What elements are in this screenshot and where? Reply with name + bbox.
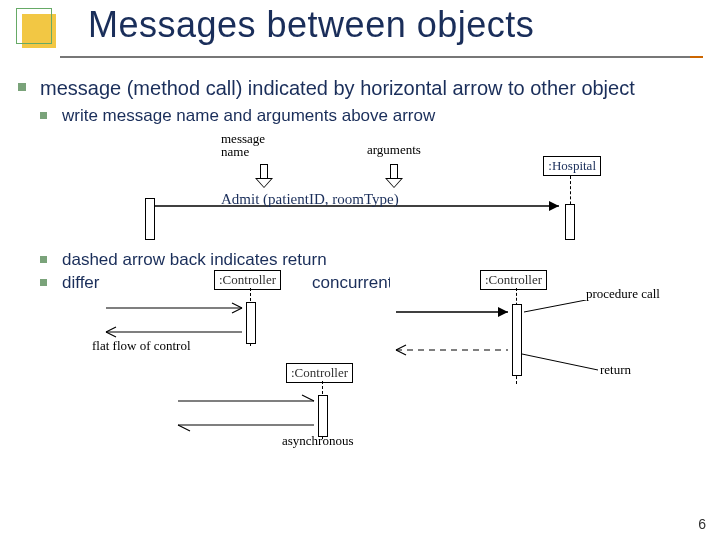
bullet-sub1: write message name and arguments above a… [40,106,702,126]
annot-message-name: message name [221,132,265,158]
page-number: 6 [698,516,706,532]
bullet-icon [18,83,26,91]
object-box-controller: :Controller [214,270,281,290]
bullet-icon [40,256,47,263]
svg-marker-1 [549,201,559,211]
bullet-list: message (method call) indicated by horiz… [18,76,702,293]
svg-line-16 [396,350,406,355]
figure-procedure-call: :Controller procedure call return [390,270,690,390]
activation-bar [145,198,155,240]
bullet-sub2-text: dashed arrow back indicates return [62,250,327,269]
bullet-icon [40,279,47,286]
title-decoration [16,8,60,52]
object-box-controller: :Controller [286,363,353,383]
annot-flat-flow: flat flow of control [92,338,191,354]
annot-arguments: arguments [367,142,421,158]
annot-procedure-call: procedure call [586,286,660,302]
annot-return: return [600,362,631,378]
svg-marker-13 [498,307,508,317]
proc-arrows [390,300,690,390]
svg-line-18 [522,354,598,370]
object-box-controller: :Controller [480,270,547,290]
slide-title: Messages between objects [88,4,534,46]
figure-asynchronous: :Controller asynchronous [172,363,382,443]
svg-line-11 [178,425,190,431]
svg-line-4 [232,308,242,313]
bullet-sub2: dashed arrow back indicates return [40,250,702,270]
svg-line-6 [106,327,116,332]
svg-line-9 [302,395,314,401]
bottom-figures: :Controller flat flow of control :Contro… [0,293,720,443]
bullet-main-text: message (method call) indicated by horiz… [40,77,635,99]
figure-flat-flow: :Controller flat flow of control [100,270,310,348]
bullet-sub1-text: write message name and arguments above a… [62,106,435,125]
async-arrows [172,391,322,439]
object-box-hospital: :Hospital [543,156,601,176]
svg-line-3 [232,303,242,308]
title-bar: Messages between objects [0,0,720,70]
svg-line-15 [396,345,406,350]
annot-async: asynchronous [282,433,354,449]
svg-line-7 [106,332,116,337]
svg-line-17 [524,300,586,312]
message-text: Admit (patientID, roomType) [221,190,399,208]
figure-admit-message: message name arguments :Hospital Admit (… [131,132,611,242]
bullet-icon [40,112,47,119]
title-underline [60,56,716,58]
bullet-main: message (method call) indicated by horiz… [18,76,702,293]
